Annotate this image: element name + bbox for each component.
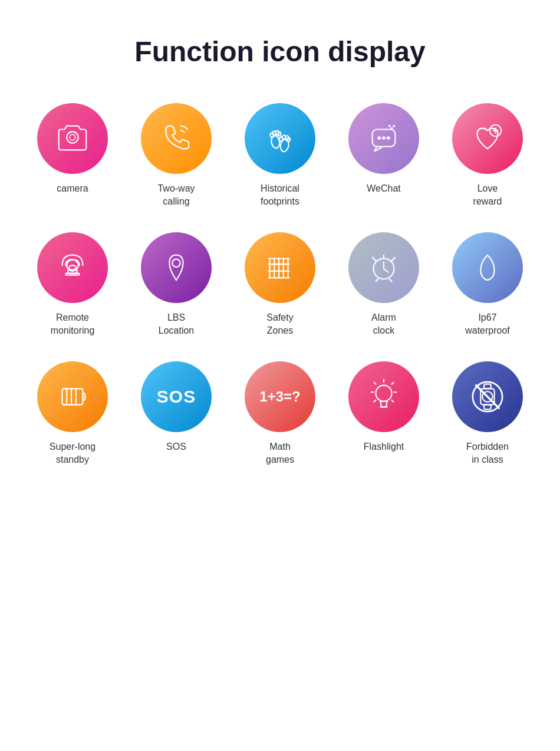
label-wechat: WeChat (367, 182, 401, 195)
svg-point-17 (393, 125, 396, 127)
item-flashlight: Flashlight (338, 361, 430, 467)
svg-point-43 (375, 385, 391, 401)
label-footprints: Historicalfootprints (261, 182, 299, 209)
svg-rect-39 (83, 393, 85, 400)
svg-line-51 (374, 400, 376, 401)
label-math: Mathgames (266, 440, 294, 467)
svg-point-6 (278, 131, 281, 136)
icon-two-way (141, 103, 212, 174)
item-remote: Remotemonitoring (27, 232, 118, 338)
label-forbidden: Forbiddenin class (466, 440, 509, 467)
function-grid: camera Two-waycalling (27, 103, 533, 466)
svg-point-15 (387, 136, 390, 140)
label-flashlight: Flashlight (364, 440, 404, 453)
label-camera: camera (57, 182, 88, 195)
svg-rect-25 (65, 273, 79, 275)
item-forbidden: Forbiddenin class (442, 361, 533, 467)
svg-rect-38 (62, 388, 83, 404)
icon-flashlight (348, 361, 419, 432)
svg-line-50 (392, 400, 394, 401)
item-love: Lovereward (442, 103, 533, 209)
svg-line-48 (374, 382, 376, 384)
label-sos: SOS (166, 440, 186, 453)
icon-safety (245, 232, 315, 303)
page-title: Function icon display (134, 35, 425, 68)
label-alarm: Alarmclock (371, 311, 396, 338)
item-wechat: WeChat (338, 103, 430, 209)
svg-point-7 (279, 139, 289, 152)
item-ip67: Ip67waterproof (442, 232, 533, 338)
icon-forbidden (452, 361, 523, 432)
label-standby: Super-longstandby (50, 440, 95, 467)
label-lbs: LBSLocation (159, 311, 195, 338)
svg-point-14 (382, 136, 386, 140)
icon-lbs (141, 232, 212, 303)
label-ip67: Ip67waterproof (465, 311, 510, 338)
label-remote: Remotemonitoring (51, 311, 95, 338)
svg-point-13 (377, 136, 381, 140)
icon-sos: SOS (141, 361, 212, 432)
icon-standby (37, 361, 108, 432)
svg-point-16 (391, 127, 393, 130)
svg-point-18 (388, 125, 391, 127)
item-safety: SafetyZones (234, 232, 326, 338)
item-lbs: LBSLocation (130, 232, 222, 338)
svg-point-26 (172, 259, 180, 267)
svg-point-23 (69, 265, 76, 270)
item-footprints: Historicalfootprints (234, 103, 326, 209)
sos-text: SOS (157, 387, 196, 407)
svg-point-1 (70, 134, 75, 140)
item-math: 1+3=? Mathgames (234, 361, 326, 467)
icon-wechat (348, 103, 419, 174)
svg-line-46 (392, 382, 394, 384)
item-standby: Super-longstandby (27, 361, 118, 467)
item-alarm: Alarmclock (338, 232, 430, 338)
icon-ip67 (452, 232, 523, 303)
icon-footprints (245, 103, 315, 174)
math-text: 1+3=? (259, 388, 300, 405)
svg-rect-54 (484, 404, 491, 409)
label-two-way: Two-waycalling (157, 182, 195, 209)
icon-camera (37, 103, 108, 174)
svg-point-0 (67, 131, 78, 143)
svg-rect-53 (484, 384, 491, 388)
icon-remote (37, 232, 108, 303)
label-safety: SafetyZones (266, 311, 293, 338)
item-two-way: Two-waycalling (130, 103, 222, 209)
item-camera: camera (27, 103, 118, 209)
label-love: Lovereward (473, 182, 502, 209)
item-sos: SOS SOS (130, 361, 222, 467)
icon-math: 1+3=? (245, 361, 315, 432)
icon-love (452, 103, 523, 174)
icon-alarm (348, 232, 419, 303)
